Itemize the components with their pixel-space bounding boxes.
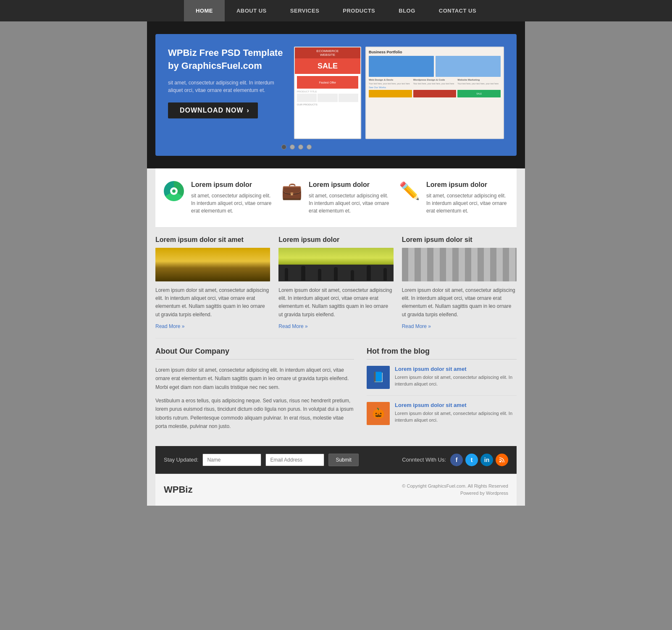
read-more-3[interactable]: Read More » xyxy=(402,323,431,329)
about-title: About Our Company xyxy=(155,347,354,360)
svg-point-0 xyxy=(499,461,501,462)
nav-item-contact[interactable]: CONTACT US xyxy=(427,0,488,21)
post-title-2: Lorem ipsum dolor xyxy=(278,236,393,244)
post-title-1: Lorem ipsum dolor sit amet xyxy=(155,236,270,244)
hero-images: ECOMMERCEWEBSITE SALE Fastest Offer PROD… xyxy=(294,47,504,139)
facebook-icon[interactable]: f xyxy=(450,454,463,466)
post-img-building xyxy=(402,248,517,281)
portfolio-title: Business Portfolio xyxy=(369,50,501,54)
blog-item-title-2[interactable]: Lorem ipsum dolor sit amet xyxy=(395,402,517,408)
feature-text-1: Lorem ipsum dolor sit amet, consectetur … xyxy=(191,181,273,215)
feature-desc-3: sit amet, consectetur adipiscing elit. I… xyxy=(426,192,508,215)
post-title-3: Lorem ipsum dolor sit xyxy=(402,236,517,244)
feature-item-1: Lorem ipsum dolor sit amet, consectetur … xyxy=(164,181,273,215)
posts-section: Lorem ipsum dolor sit amet Lorem ipsum d… xyxy=(155,228,517,338)
blog-thumb-2: 🎃 xyxy=(367,402,390,425)
feature-desc-1: sit amet, consectetur adipiscing elit. I… xyxy=(191,192,273,215)
about-para-1: Lorem ipsum dolor sit amet, consectetur … xyxy=(155,366,354,391)
post-text-2: Lorem ipsum dolor sit amet, consectetur … xyxy=(278,286,393,319)
blog-text-2: Lorem ipsum dolor sit amet Lorem ipsum d… xyxy=(395,402,517,425)
post-img-2 xyxy=(278,248,393,281)
hero-description: sit amet, consectetur adipiscing elit. I… xyxy=(168,79,286,94)
twitter-icon[interactable]: t xyxy=(465,454,478,466)
hero-dots xyxy=(281,144,312,150)
feature-title-2: Lorem ipsum dolor xyxy=(309,181,391,189)
portfolio-body: Web Design & Devlo Wordpress Design & Co… xyxy=(369,79,501,97)
post-img-silhouette xyxy=(278,248,393,281)
post-item-2: Lorem ipsum dolor Lor xyxy=(278,236,393,330)
read-more-1[interactable]: Read More » xyxy=(155,323,184,329)
nav-item-products[interactable]: PRODUCTS xyxy=(331,0,387,21)
subscribe-left: Stay Updated: Submit xyxy=(164,454,359,466)
hero-title: WPBiz Free PSD Template by GraphicsFuel.… xyxy=(168,47,286,73)
features-section: Lorem ipsum dolor sit amet, consectetur … xyxy=(155,168,517,228)
subscribe-label: Stay Updated: xyxy=(164,457,198,463)
feature-text-2: Lorem ipsum dolor sit amet, consectetur … xyxy=(309,181,391,215)
ecom-header: ECOMMERCEWEBSITE xyxy=(295,47,360,58)
feature-item-2: 💼 Lorem ipsum dolor sit amet, consectetu… xyxy=(281,181,391,215)
rss-icon[interactable] xyxy=(496,454,508,466)
ecom-mockup: ECOMMERCEWEBSITE SALE Fastest Offer PROD… xyxy=(294,47,361,139)
blog-item-text-2: Lorem ipsum dolor sit amet, consectetur … xyxy=(395,410,517,424)
blog-title: Hot from the blog xyxy=(367,347,517,360)
feature-text-3: Lorem ipsum dolor sit amet, consectetur … xyxy=(426,181,508,215)
feature-icon-1 xyxy=(164,181,185,201)
nav-item-home[interactable]: HOME xyxy=(184,0,225,21)
pumpkin-icon: 🎃 xyxy=(367,402,390,425)
arrow-icon: › xyxy=(247,107,249,114)
pencil-icon: ✏️ xyxy=(399,181,420,200)
feature-title-3: Lorem ipsum dolor xyxy=(426,181,508,189)
nav-item-services[interactable]: SERVICES xyxy=(278,0,331,21)
social-icons: f t in xyxy=(450,454,508,466)
dot-1[interactable] xyxy=(281,144,286,150)
submit-button[interactable]: Submit xyxy=(328,454,358,466)
book-icon: 📘 xyxy=(367,366,390,389)
bottom-sections: About Our Company Lorem ipsum dolor sit … xyxy=(155,339,517,446)
hero-section: WPBiz Free PSD Template by GraphicsFuel.… xyxy=(147,21,525,168)
footer-logo: WPBiz xyxy=(164,484,192,495)
post-text-1: Lorem ipsum dolor sit amet, consectetur … xyxy=(155,286,270,319)
ecom-body: Fastest Offer PRODUCT TITLE OUR PRODUCTS xyxy=(295,74,360,138)
download-button-label: DOWNLOAD NOW xyxy=(180,107,244,114)
nav-item-blog[interactable]: BLOG xyxy=(387,0,427,21)
ecom-sale: SALE xyxy=(295,58,360,74)
social-right: Conntect With Us: f t in xyxy=(402,454,508,466)
about-para-2: Vestibulum a eros tellus, quis adipiscin… xyxy=(155,396,354,431)
feature-desc-2: sit amet, consectetur adipiscing elit. I… xyxy=(309,192,391,215)
post-text-3: Lorem ipsum dolor sit amet, consectetur … xyxy=(402,286,517,319)
blog-section: Hot from the blog 📘 Lorem ipsum dolor si… xyxy=(367,347,517,438)
feature-icon-2: 💼 xyxy=(281,181,302,201)
linkedin-icon[interactable]: in xyxy=(480,454,493,466)
dot-3[interactable] xyxy=(298,144,303,150)
blog-item-1: 📘 Lorem ipsum dolor sit amet Lorem ipsum… xyxy=(367,366,517,396)
portfolio-mockup: Business Portfolio Web Design & Devlo Wo… xyxy=(365,47,504,139)
dot-2[interactable] xyxy=(290,144,295,150)
feature-title-1: Lorem ipsum dolor xyxy=(191,181,273,189)
feature-item-3: ✏️ Lorem ipsum dolor sit amet, consectet… xyxy=(399,181,508,215)
post-item-1: Lorem ipsum dolor sit amet Lorem ipsum d… xyxy=(155,236,270,330)
post-img-1 xyxy=(155,248,270,281)
footer: WPBiz © Copyright GraphicsFuel.com. All … xyxy=(155,474,517,506)
read-more-2[interactable]: Read More » xyxy=(278,323,307,329)
post-item-3: Lorem ipsum dolor sit Lorem ipsum dolor … xyxy=(402,236,517,330)
nav: HOME ABOUT US SERVICES PRODUCTS BLOG CON… xyxy=(0,0,672,21)
email-input[interactable] xyxy=(265,454,324,466)
post-img-grass xyxy=(155,248,270,281)
feature-icon-3: ✏️ xyxy=(399,181,420,201)
blog-item-title-1[interactable]: Lorem ipsum dolor sit amet xyxy=(395,366,517,372)
subscribe-bar: Stay Updated: Submit Conntect With Us: f… xyxy=(155,446,517,474)
blog-item-text-1: Lorem ipsum dolor sit amet, consectetur … xyxy=(395,374,517,388)
footer-copyright: © Copyright GraphicsFuel.com. All Rights… xyxy=(402,483,508,497)
nav-item-about[interactable]: ABOUT US xyxy=(225,0,278,21)
about-section: About Our Company Lorem ipsum dolor sit … xyxy=(155,347,354,438)
briefcase-icon: 💼 xyxy=(281,181,302,200)
blog-text-1: Lorem ipsum dolor sit amet Lorem ipsum d… xyxy=(395,366,517,389)
download-button[interactable]: DOWNLOAD NOW › xyxy=(168,102,258,118)
blog-thumb-1: 📘 xyxy=(367,366,390,389)
dot-4[interactable] xyxy=(307,144,312,150)
name-input[interactable] xyxy=(202,454,261,466)
post-img-3 xyxy=(402,248,517,281)
social-label: Conntect With Us: xyxy=(402,457,446,463)
blog-item-2: 🎃 Lorem ipsum dolor sit amet Lorem ipsum… xyxy=(367,402,517,431)
